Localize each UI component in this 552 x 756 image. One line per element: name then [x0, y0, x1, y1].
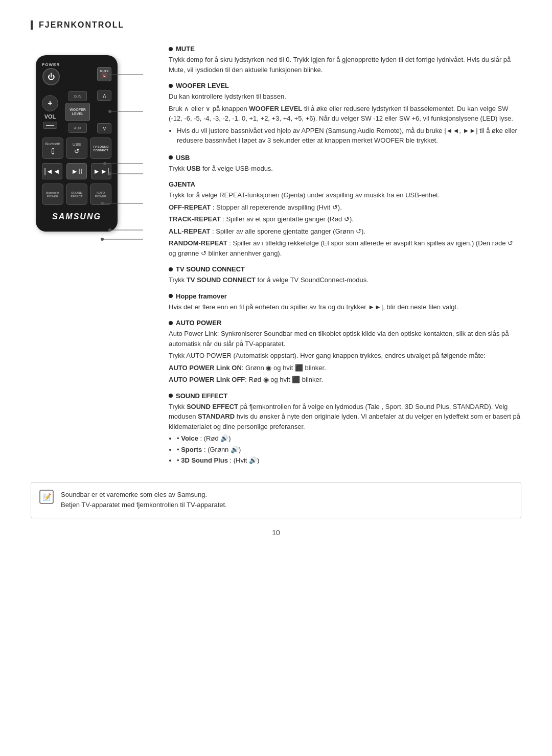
remote-section: POWER ⏻ MUTE 🔇 + VOL: [31, 45, 153, 467]
page-title: FJERNKONTROLL: [39, 20, 521, 30]
bullet-icon: [169, 84, 173, 88]
desc-hoppe-text: Hvis det er flere enn en fil på enheten …: [169, 302, 521, 312]
desc-auto-power-text2: Trykk AUTO POWER (Automatisk oppstart). …: [169, 351, 521, 361]
desc-auto-power-link-off: AUTO POWER Link OFF: Rød ◉ og hvit ⬛ bli…: [169, 375, 521, 385]
desc-woofer: WOOFER LEVEL Du kan kontrollere lydstyrk…: [169, 82, 521, 147]
bluetooth-label: Bluetooth: [45, 142, 60, 146]
usb-button[interactable]: USB ↺: [66, 138, 87, 159]
bullet-icon: [169, 394, 173, 398]
aux-button[interactable]: AUX: [68, 123, 87, 133]
footer-note-1: Soundbar er et varemerke som eies av Sam…: [61, 490, 227, 500]
vol-minus-button[interactable]: —: [43, 122, 57, 129]
desc-sound-effect-title: SOUND EFFECT: [169, 392, 521, 400]
3d-sound-item: • 3D Sound Plus : (Hvit 🔊): [177, 455, 521, 466]
mute-button[interactable]: MUTE 🔇: [97, 67, 111, 81]
footer-note: 📝 Soundbar er et varemerke som eies av S…: [31, 482, 521, 519]
tv-sound-button[interactable]: TV SOUND CONNECT: [90, 138, 111, 159]
descriptions-section: MUTE Trykk demp for å skru lydstyrken ne…: [169, 45, 521, 467]
chevron-down-button[interactable]: ∨: [97, 123, 111, 133]
vol-label: VOL: [44, 113, 56, 120]
desc-auto-power-title: AUTO POWER: [169, 319, 521, 327]
playback-row: |◄◄ ►II ►►|: [42, 163, 111, 179]
din-button[interactable]: D.IN: [68, 91, 87, 101]
woofer-button[interactable]: WOOFER LEVEL: [65, 103, 90, 121]
desc-hoppe-title: Hoppe framover: [169, 292, 521, 300]
vol-col: + VOL —: [42, 95, 58, 129]
svg-point-13: [101, 238, 104, 241]
desc-auto-power-link-on: AUTO POWER Link ON: Grønn ◉ og hvit ⬛ bl…: [169, 363, 521, 373]
desc-usb-title: USB: [169, 154, 521, 162]
desc-woofer-title: WOOFER LEVEL: [169, 82, 521, 89]
desc-off-repeat: OFF-REPEAT : Stopper all repeterende avs…: [169, 202, 521, 213]
samsung-logo: SAMSUNG: [52, 212, 101, 221]
page-number: 10: [31, 529, 521, 537]
desc-usb-text: Trykk USB for å velge USB-modus.: [169, 164, 521, 174]
play-pause-button[interactable]: ►II: [66, 163, 87, 179]
page-container: FJERNKONTROLL: [0, 0, 552, 557]
remote-vol-section: + VOL — D.IN WOOFER LEVEL AUX: [42, 90, 111, 133]
desc-tv-sound-title: TV SOUND CONNECT: [169, 265, 521, 273]
bullet-icon: [169, 267, 173, 271]
bullet-icon: [169, 47, 173, 51]
desc-sound-effect-text1: Trykk SOUND EFFECT på fjernkontrollen fo…: [169, 402, 521, 432]
power-label: POWER: [42, 62, 60, 67]
desc-hoppe: Hoppe framover Hvis det er flere enn en …: [169, 292, 521, 312]
center-col: D.IN WOOFER LEVEL AUX: [60, 91, 95, 133]
right-col: ∧ ∨: [97, 90, 111, 133]
desc-sound-effect: SOUND EFFECT Trykk SOUND EFFECT på fjern…: [169, 392, 521, 467]
footer-note-text: Soundbar er et varemerke som eies av Sam…: [61, 490, 227, 511]
usb-label: USB: [73, 142, 81, 147]
main-content: POWER ⏻ MUTE 🔇 + VOL: [31, 45, 521, 467]
desc-track-repeat: TRACK-REPEAT : Spiller av et spor gjenta…: [169, 214, 521, 224]
sports-item: • Sports : (Grønn 🔊): [177, 445, 521, 455]
remote-bottom-row: Bluetooth POWER SOUND EFFECT AUTO POWER: [42, 184, 111, 205]
desc-auto-power: AUTO POWER Auto Power Link: Synkronisere…: [169, 319, 521, 385]
bullet-icon: [169, 321, 173, 325]
desc-all-repeat: ALL-REPEAT : Spiller av alle sporene gje…: [169, 226, 521, 237]
vol-plus-button[interactable]: +: [42, 95, 58, 111]
bullet-icon: [169, 155, 173, 159]
note-icon: 📝: [39, 490, 54, 504]
auto-power-button[interactable]: AUTO POWER: [90, 184, 111, 205]
desc-tv-sound-text: Trykk TV SOUND CONNECT for å velge TV So…: [169, 275, 521, 285]
desc-mute: MUTE Trykk demp for å skru lydstyrken ne…: [169, 45, 521, 75]
bullet-icon: [169, 294, 173, 298]
remote-body: POWER ⏻ MUTE 🔇 + VOL: [36, 55, 118, 232]
desc-mute-title: MUTE: [169, 45, 521, 53]
desc-mute-text: Trykk demp for å skru lydstyrken ned til…: [169, 55, 521, 75]
power-button[interactable]: ⏻: [42, 68, 60, 85]
desc-auto-power-text1: Auto Power Link: Synkroniserer Soundbar …: [169, 329, 521, 349]
desc-tv-sound: TV SOUND CONNECT Trykk TV SOUND CONNECT …: [169, 265, 521, 285]
bt-power-button[interactable]: Bluetooth POWER: [42, 184, 63, 205]
voice-item: • Voice : (Rød 🔊): [177, 433, 521, 444]
desc-gjenta-text: Trykk for å velge REPEAT-funksjonen (Gje…: [169, 190, 521, 200]
prev-button[interactable]: |◄◄: [42, 163, 62, 179]
desc-gjenta: GJENTA Trykk for å velge REPEAT-funksjon…: [169, 180, 521, 258]
sound-effect-bullet-list: • Voice : (Rød 🔊) • Sports : (Grønn 🔊) •…: [169, 433, 521, 467]
bluetooth-button[interactable]: Bluetooth ₿: [42, 138, 63, 159]
desc-usb: USB Trykk USB for å velge USB-modus.: [169, 154, 521, 174]
desc-gjenta-title: GJENTA: [169, 180, 521, 188]
next-button[interactable]: ►►|: [91, 163, 111, 179]
woofer-bullet-list: Hvis du vil justere bassnivået ved hjelp…: [169, 126, 521, 147]
sound-effect-button[interactable]: SOUND EFFECT: [66, 184, 87, 205]
remote-power-mute-row: POWER ⏻ MUTE 🔇: [42, 62, 111, 85]
woofer-bullet-item: Hvis du vil justere bassnivået ved hjelp…: [177, 126, 521, 146]
desc-woofer-text2: Bruk ∧ eller ∨ på knappen WOOFER LEVEL t…: [169, 104, 521, 124]
footer-note-2: Betjen TV-apparatet med fjernkontrollen …: [61, 500, 227, 511]
desc-random-repeat: RANDOM-REPEAT : Spiller av i tilfeldig r…: [169, 238, 521, 258]
remote-mid-row: Bluetooth ₿ USB ↺ TV SOUND CONNECT: [42, 138, 111, 159]
chevron-up-button[interactable]: ∧: [97, 90, 111, 101]
page-header: FJERNKONTROLL: [31, 20, 521, 30]
desc-woofer-text1: Du kan kontrollere lydstyrken til bassen…: [169, 91, 521, 102]
